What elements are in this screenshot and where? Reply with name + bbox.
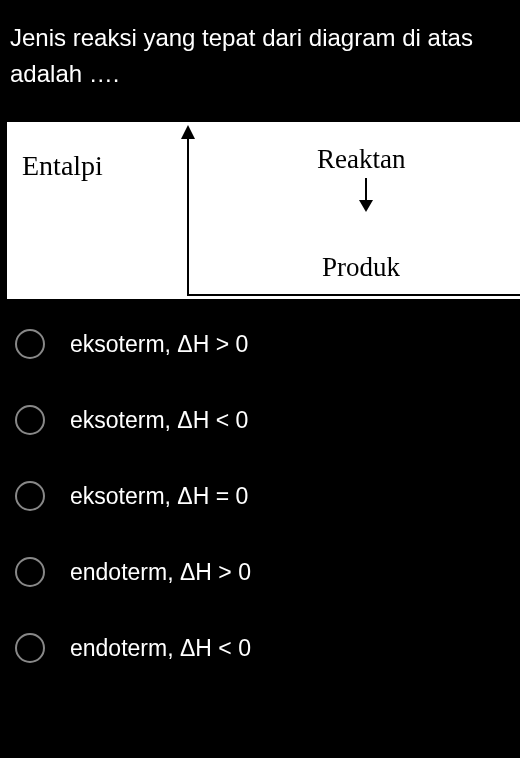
reactant-label: Reaktan [317,144,405,175]
radio-icon[interactable] [15,633,45,663]
question-text: Jenis reaksi yang tepat dari diagram di … [0,0,520,122]
option-label: endoterm, ΔH < 0 [70,635,251,662]
product-label: Produk [322,252,400,283]
y-axis-label: Entalpi [22,150,103,182]
option-label: eksoterm, ΔH < 0 [70,407,248,434]
option-label: endoterm, ΔH > 0 [70,559,251,586]
option-3[interactable]: eksoterm, ΔH = 0 [15,481,510,511]
options-list: eksoterm, ΔH > 0 eksoterm, ΔH < 0 eksote… [0,299,520,663]
option-1[interactable]: eksoterm, ΔH > 0 [15,329,510,359]
option-5[interactable]: endoterm, ΔH < 0 [15,633,510,663]
radio-icon[interactable] [15,405,45,435]
enthalpy-diagram: Entalpi Reaktan Produk [7,122,520,299]
radio-icon[interactable] [15,329,45,359]
option-2[interactable]: eksoterm, ΔH < 0 [15,405,510,435]
option-label: eksoterm, ΔH = 0 [70,483,248,510]
radio-icon[interactable] [15,557,45,587]
down-arrow-icon [359,200,373,212]
y-axis-line [187,132,189,296]
radio-icon[interactable] [15,481,45,511]
x-axis-line [187,294,520,296]
option-label: eksoterm, ΔH > 0 [70,331,248,358]
option-4[interactable]: endoterm, ΔH > 0 [15,557,510,587]
